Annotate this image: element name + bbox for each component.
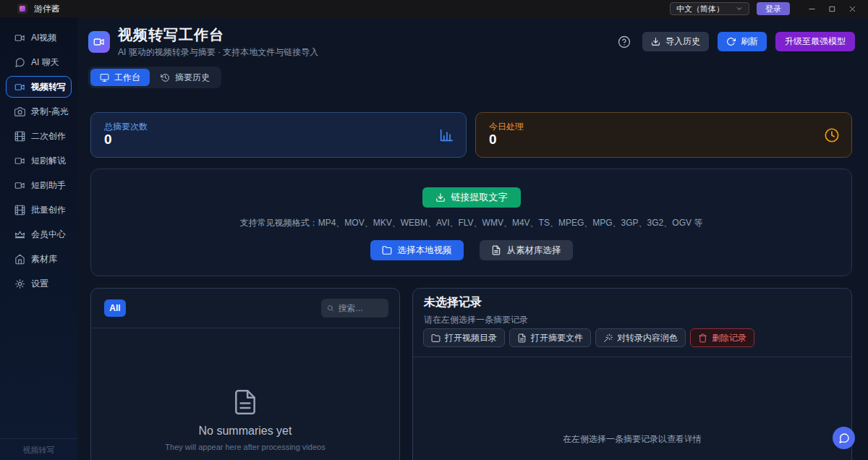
language-select-value: 中文（简体） <box>676 4 724 14</box>
document-icon <box>231 388 259 416</box>
sidebar-item-label: 素材库 <box>31 253 57 265</box>
maximize-button[interactable] <box>823 2 841 15</box>
sidebar-item-record-highlight[interactable]: 录制-高光 <box>6 101 72 122</box>
record-detail-panel: 未选择记录 请在左侧选择一条摘要记录 打开视频目录打开摘要文件对转录内容润色删除… <box>412 288 852 460</box>
search-input[interactable] <box>339 303 383 313</box>
upgrade-model-button[interactable]: 升级至最强模型 <box>775 32 855 51</box>
close-button[interactable] <box>843 2 861 15</box>
refresh-label: 刷新 <box>741 35 758 48</box>
chat-icon <box>14 57 25 68</box>
sidebar-item-label: 批量创作 <box>31 204 66 216</box>
action-label: 打开视频目录 <box>445 332 497 344</box>
sidebar: AI视频AI 聊天视频转写录制-高光二次创作短剧解说短剧助手批量创作会员中心素材… <box>0 17 77 460</box>
link-extract-label: 链接提取文字 <box>451 191 508 204</box>
empty-state-title: No summaries yet <box>199 425 292 438</box>
file-icon <box>491 245 501 255</box>
history-icon <box>161 73 170 82</box>
empty-state-subtitle: They will appear here after processing v… <box>165 443 325 451</box>
detail-actions: 打开视频目录打开摘要文件对转录内容润色删除记录 <box>423 328 754 347</box>
sidebar-item-re-creation[interactable]: 二次创作 <box>6 125 72 147</box>
clock-icon <box>824 127 840 143</box>
sidebar-item-label: 设置 <box>31 278 48 290</box>
sidebar-footer-divider <box>0 438 77 439</box>
select-from-library-label: 从素材库选择 <box>507 244 561 257</box>
tab-summary-history[interactable]: 摘要历史 <box>151 69 219 86</box>
stat-value: 0 <box>489 132 497 148</box>
tab-workbench-label: 工作台 <box>114 72 140 84</box>
sidebar-nav: AI视频AI 聊天视频转写录制-高光二次创作短剧解说短剧助手批量创作会员中心素材… <box>0 17 77 294</box>
detail-title: 未选择记录 <box>424 295 482 310</box>
select-from-library-button[interactable]: 从素材库选择 <box>480 240 573 260</box>
sidebar-item-label: 短剧助手 <box>31 179 66 192</box>
search-box[interactable] <box>321 299 388 318</box>
app-logo-icon <box>17 4 27 14</box>
action-label: 对转录内容润色 <box>617 332 678 344</box>
sidebar-item-label: 录制-高光 <box>31 106 69 118</box>
sidebar-item-drama-explain[interactable]: 短剧解说 <box>6 150 72 171</box>
sidebar-item-batch-creation[interactable]: 批量创作 <box>6 199 72 221</box>
sidebar-item-label: 视频转写 <box>31 81 66 93</box>
help-button[interactable] <box>618 35 631 48</box>
filter-all-button[interactable]: All <box>104 299 126 317</box>
delete-record-button[interactable]: 删除记录 <box>690 328 754 347</box>
tab-history-label: 摘要历史 <box>175 72 210 84</box>
action-label: 打开摘要文件 <box>531 332 583 344</box>
monitor-icon <box>100 73 109 82</box>
select-local-video-label: 选择本地视频 <box>398 244 452 257</box>
help-icon <box>618 35 631 48</box>
select-local-video-button[interactable]: 选择本地视频 <box>370 240 464 260</box>
upload-panel: 链接提取文字 支持常见视频格式：MP4、MOV、MKV、WEBM、AVI、FLV… <box>90 169 852 276</box>
download-icon <box>651 37 660 46</box>
language-select[interactable]: 中文（简体） <box>670 2 749 15</box>
sidebar-item-membership[interactable]: 会员中心 <box>6 223 72 245</box>
sidebar-item-library[interactable]: 素材库 <box>6 248 72 270</box>
sidebar-item-label: 会员中心 <box>31 229 66 241</box>
folder-icon <box>431 333 441 343</box>
refresh-button[interactable]: 刷新 <box>718 32 767 51</box>
chat-fab-button[interactable] <box>833 427 855 449</box>
header-actions: 导入历史 刷新 升级至最强模型 <box>618 32 855 51</box>
window-controls <box>803 2 861 15</box>
trash-icon <box>698 333 707 343</box>
page-subtitle: AI 驱动的视频转录与摘要 · 支持本地文件与链接导入 <box>118 46 318 59</box>
detail-subtitle: 请在左侧选择一条摘要记录 <box>424 314 528 326</box>
stat-card-total-summaries: 总摘要次数 0 <box>90 112 467 158</box>
cam-icon <box>14 33 25 43</box>
sidebar-item-label: AI视频 <box>31 32 56 44</box>
sidebar-item-label: 短剧解说 <box>31 155 66 167</box>
open-video-dir-button[interactable]: 打开视频目录 <box>423 328 505 347</box>
titlebar: 游伴酱 中文（简体） 登录 <box>0 0 868 17</box>
refresh-icon <box>726 37 736 46</box>
login-button[interactable]: 登录 <box>757 2 790 15</box>
polish-transcript-button[interactable]: 对转录内容润色 <box>595 328 686 347</box>
folder-icon <box>382 245 392 255</box>
sidebar-item-label: 二次创作 <box>31 130 66 142</box>
import-history-button[interactable]: 导入历史 <box>642 32 709 51</box>
camera-icon <box>14 106 25 117</box>
page-icon <box>88 31 110 53</box>
home-icon <box>14 254 25 265</box>
sidebar-item-ai-chat[interactable]: AI 聊天 <box>6 51 72 73</box>
sidebar-item-video-transcribe[interactable]: 视频转写 <box>6 76 72 98</box>
download-icon <box>435 192 446 203</box>
sidebar-item-settings[interactable]: 设置 <box>6 273 72 294</box>
sidebar-footer-label: 视频转写 <box>0 445 77 456</box>
sidebar-item-drama-assistant[interactable]: 短剧助手 <box>6 174 72 196</box>
summaries-panel: All No summaries yet They will appear he… <box>90 288 400 460</box>
action-label: 删除记录 <box>712 332 746 344</box>
open-summary-file-button[interactable]: 打开摘要文件 <box>509 328 591 347</box>
detail-divider <box>413 357 851 357</box>
detail-placeholder-text: 在左侧选择一条摘要记录以查看详情 <box>413 433 851 446</box>
tab-workbench[interactable]: 工作台 <box>90 69 150 86</box>
tab-bar: 工作台 摘要历史 <box>88 67 221 88</box>
minimize-button[interactable] <box>803 2 820 15</box>
video-camera-icon <box>93 36 105 48</box>
summaries-header: All <box>91 289 399 328</box>
stat-card-today-processed: 今日处理 0 <box>475 112 852 158</box>
sidebar-item-label: AI 聊天 <box>31 56 59 69</box>
sidebar-item-ai-video[interactable]: AI视频 <box>6 27 72 48</box>
link-extract-button[interactable]: 链接提取文字 <box>422 187 521 208</box>
search-icon <box>327 304 334 312</box>
chevron-down-icon <box>736 5 743 12</box>
cam-icon <box>14 156 25 166</box>
